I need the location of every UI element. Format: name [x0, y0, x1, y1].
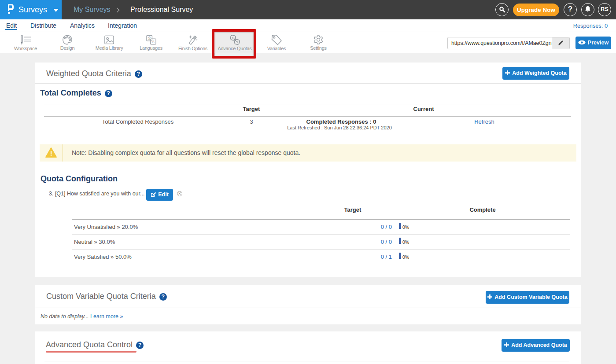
- svg-text:A: A: [151, 40, 154, 44]
- svg-text:文: 文: [147, 36, 151, 40]
